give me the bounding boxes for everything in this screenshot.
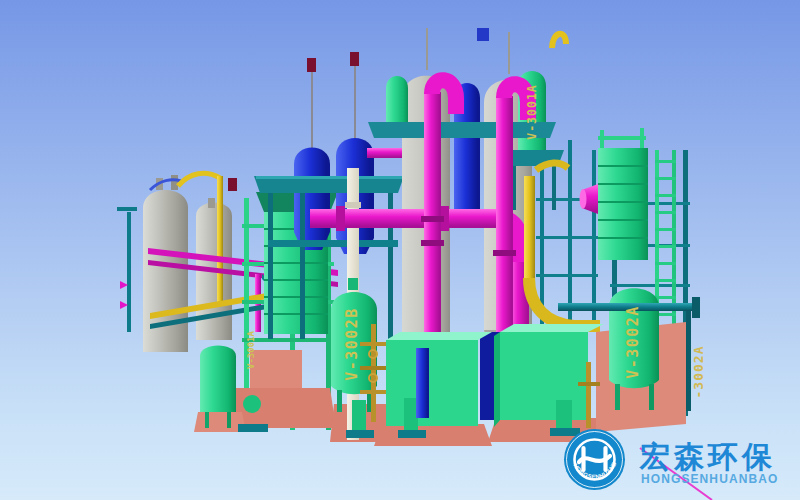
frame-rail — [598, 136, 646, 140]
box-2-front — [500, 332, 588, 420]
vessel-leg — [615, 384, 620, 410]
pump-body — [352, 400, 366, 430]
pump-body — [404, 398, 418, 430]
deck-leg — [300, 193, 305, 339]
blue-vessel-1 — [294, 148, 330, 251]
top-blue-box — [477, 28, 489, 41]
teal-tee — [117, 207, 137, 211]
tag-v3001a-top: V-3001A — [525, 84, 539, 139]
vessel-leg — [649, 384, 654, 410]
vessel-leg — [337, 390, 342, 412]
yellow-pipe-vertical — [217, 176, 223, 306]
render-viewport: V-3001A V-3001A V-3002B V-3002A -3002A H… — [0, 0, 800, 500]
deck-leg — [552, 166, 556, 210]
tank-2-nozzle — [208, 198, 215, 208]
gold-manifold — [371, 324, 376, 422]
gooseneck-collar — [421, 216, 444, 222]
box-2-top — [500, 324, 604, 332]
tag-v3001a-left: V-3001A — [246, 330, 256, 369]
gooseneck-collar — [493, 250, 516, 256]
deck-beam-lower — [268, 240, 398, 247]
plate-exchanger-right — [598, 148, 648, 260]
pipe-end-flange — [692, 297, 700, 318]
magenta-nozzle-rim — [580, 189, 587, 209]
tank-1-nozzle-2 — [171, 175, 178, 190]
pump-body-right — [556, 400, 572, 428]
brand-name-english: HONGSENHUANBAO — [641, 472, 778, 486]
cream-column-collar — [345, 202, 361, 208]
deck-edge-highlight — [256, 176, 402, 179]
rack-beam — [242, 338, 334, 342]
pump-base — [398, 430, 426, 438]
pump-base — [346, 430, 374, 438]
box-2-side — [494, 332, 500, 427]
pump-volute — [243, 395, 261, 413]
green-column-left — [386, 76, 408, 126]
small-left-vessel — [200, 346, 236, 413]
bellows — [336, 206, 345, 231]
box-1-front — [386, 340, 478, 426]
maroon-actuator — [307, 58, 316, 72]
tag-3002a-leader: -3002A — [691, 346, 706, 399]
blue-motor — [416, 348, 429, 418]
brand-name-chinese: 宏森环保 — [639, 440, 776, 473]
gooseneck-collar — [421, 240, 444, 246]
plinth-box-1 — [374, 424, 492, 446]
gold-manifold-right — [586, 362, 591, 428]
yellow-riser — [524, 176, 535, 280]
pump-base-right — [550, 428, 580, 436]
tag-v3002a: V-3002A — [624, 305, 642, 379]
vessel-top-nozzle — [348, 278, 358, 290]
tag-v3002b: V-3002B — [343, 307, 361, 381]
box-1-top — [386, 332, 492, 340]
teal-standpipe — [127, 212, 131, 332]
storage-tank-1 — [143, 190, 188, 352]
maroon-valve — [228, 178, 237, 191]
deck-leg — [268, 193, 273, 339]
plant-3d-render: V-3001A V-3001A V-3002B V-3002A -3002A H… — [0, 0, 800, 500]
pump-base — [238, 424, 268, 432]
maroon-actuator — [350, 52, 359, 66]
